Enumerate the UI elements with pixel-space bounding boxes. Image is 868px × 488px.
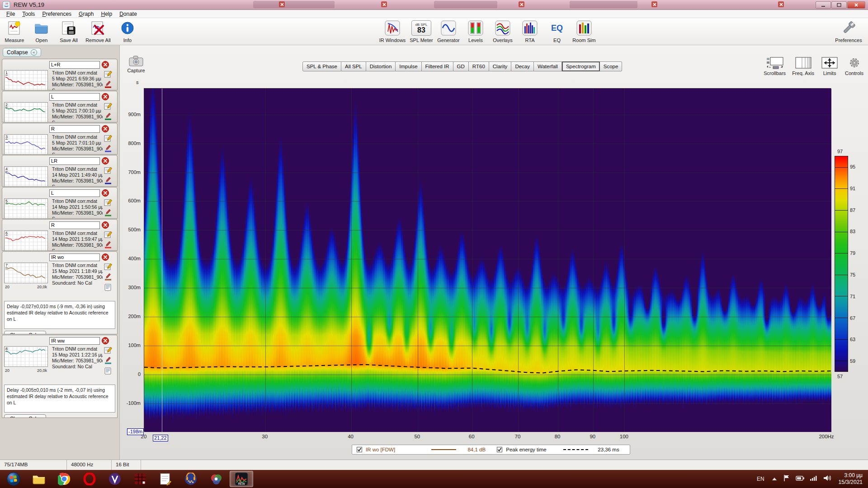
taskbar-rew-icon[interactable]: REW [230,471,253,487]
tab-filtered-ir[interactable]: Filtered IR [422,61,453,71]
measurement-thumbnail[interactable]: 12020,0k [4,70,48,90]
trace-settings-icon[interactable] [104,145,112,154]
menu-donate[interactable]: Donate [116,11,141,17]
delete-measurement-icon[interactable] [102,125,109,132]
taskbar-opera-icon[interactable] [78,471,101,487]
trace-settings-icon[interactable] [104,241,112,250]
delete-measurement-icon[interactable] [102,61,109,68]
ir-windows-button[interactable]: IR Windows [378,19,407,43]
language-indicator[interactable]: EN [757,476,766,482]
tab-scope[interactable]: Scope [600,61,623,71]
tab-gd[interactable]: GD [453,61,469,71]
collapse-sidebar-button[interactable]: Collapse « [3,48,41,57]
delete-measurement-icon[interactable] [102,93,109,100]
trace-settings-icon[interactable] [104,209,112,218]
trace-settings-icon[interactable] [104,177,112,186]
measurement-name-input[interactable] [49,157,100,165]
edit-notes-icon[interactable] [104,103,112,112]
trace-settings-icon[interactable] [104,113,112,122]
menu-help[interactable]: Help [97,11,116,17]
trace-checkbox[interactable] [357,447,362,452]
capture-button[interactable]: Capture [123,55,149,73]
tab-impulse[interactable]: Impulse [396,61,421,71]
tab-decay[interactable]: Decay [511,61,534,71]
measurement-thumbnail[interactable]: 62020,0k [4,230,48,251]
delete-measurement-icon[interactable] [102,253,109,261]
taskbar-folder-icon[interactable] [27,471,51,487]
generator-button[interactable]: Generator [436,19,461,43]
overlays-button[interactable]: Overlays [490,19,515,43]
save-all-button[interactable]: Save All [56,19,81,43]
eq-button[interactable]: EQEQ [544,19,570,43]
measurement-name-input[interactable] [49,93,100,101]
menu-preferences[interactable]: Preferences [38,11,75,17]
tab-spectrogram[interactable]: Spectrogram [562,61,600,71]
measurement-name-input[interactable] [49,61,100,69]
measurement-thumbnail[interactable]: 82020,0k [4,346,48,367]
measure-button[interactable]: Measure [2,19,27,43]
clock[interactable]: 3:00 μμ 15/3/2021 [837,472,866,486]
tray-expand-icon[interactable] [771,475,778,483]
spectrogram-canvas[interactable] [144,89,831,432]
edit-notes-icon[interactable] [104,231,112,240]
volume-icon[interactable] [823,474,832,483]
measurement-thumbnail[interactable]: 72020,0k [4,263,48,283]
edit-notes-icon[interactable] [104,167,112,176]
room-sim-button[interactable]: Room Sim [571,19,597,43]
measurement-card-2[interactable]: 22020,0kTriton DNM corr.mdat5 Μαρ 2021 7… [2,91,118,122]
measurement-thumbnail[interactable]: 22020,0k [4,102,48,122]
spl-meter-button[interactable]: dB SPL83SPL Meter [409,19,434,43]
measurement-card-7[interactable]: 72020,0kTriton DNM corr.mdat15 Μαρ 2021 … [2,251,118,334]
close-button[interactable] [847,1,865,9]
tab-waterfall[interactable]: Waterfall [534,61,562,71]
menu-tools[interactable]: Tools [19,11,38,17]
measurement-card-3[interactable]: 32020,0kTriton DNM corr.mdat5 Μαρ 2021 7… [2,123,118,155]
levels-button[interactable]: Levels [463,19,488,43]
tab-rt60[interactable]: RT60 [469,61,489,71]
delete-measurement-icon[interactable] [102,157,109,164]
rta-notes-icon[interactable] [104,284,112,293]
controls-button[interactable]: Controls [845,55,863,76]
tab-distortion[interactable]: Distortion [366,61,396,71]
freq-axis-button[interactable]: Freq. Axis [792,55,814,76]
tab-clarity[interactable]: Clarity [489,61,512,71]
taskbar-notes-app-icon[interactable] [154,471,177,487]
edit-notes-icon[interactable] [104,199,112,208]
menu-graph[interactable]: Graph [75,11,97,17]
taskbar-chrome-icon[interactable] [52,471,76,487]
open-button[interactable]: Open [29,19,54,43]
measurement-card-5[interactable]: 52020,0kTriton DNM corr.mdat14 Μαρ 2021 … [2,187,118,219]
menu-file[interactable]: File [3,11,19,17]
rta-notes-icon[interactable] [104,367,112,376]
network-icon[interactable] [810,475,818,483]
limits-button[interactable]: Limits [821,55,839,76]
remove-all-button[interactable]: Remove All [83,19,113,43]
taskbar-start-button[interactable] [2,471,25,487]
measurement-name-input[interactable] [49,337,100,345]
measurement-thumbnail[interactable]: 42020,0k [4,166,48,187]
edit-notes-icon[interactable] [104,135,112,144]
preferences-button[interactable]: Preferences [833,19,864,43]
trace-settings-icon[interactable] [104,357,112,366]
delete-measurement-icon[interactable] [102,221,109,229]
measurement-thumbnail[interactable]: 52020,0k [4,198,48,219]
scrollbars-button[interactable]: Scrollbars [764,55,786,76]
trace-settings-icon[interactable] [104,273,112,282]
maximize-button[interactable] [831,1,847,9]
taskbar-browser-icon[interactable] [103,471,127,487]
trace-settings-icon[interactable] [104,81,112,90]
measurement-card-1[interactable]: 12020,0kTriton DNM corr.mdat5 Μαρ 2021 6… [2,59,118,90]
measurement-name-input[interactable] [49,189,100,197]
measurement-card-8[interactable]: 82020,0kTriton DNM corr.mdat15 Μαρ 2021 … [2,335,118,418]
peak-energy-checkbox[interactable] [497,447,502,452]
info-button[interactable]: Info [115,19,140,43]
measurement-card-6[interactable]: 62020,0kTriton DNM corr.mdat14 Μαρ 2021 … [2,219,118,251]
power-icon[interactable] [796,475,805,483]
delete-measurement-icon[interactable] [102,337,109,344]
change-cal-button[interactable]: Change Cal... [4,331,46,334]
taskbar-grid-app-icon[interactable] [128,471,152,487]
measurement-thumbnail[interactable]: 32020,0k [4,134,48,155]
taskbar-audio-app-icon[interactable] [179,471,203,487]
taskbar-paint-app-icon[interactable] [204,471,228,487]
measurement-name-input[interactable] [49,221,100,229]
